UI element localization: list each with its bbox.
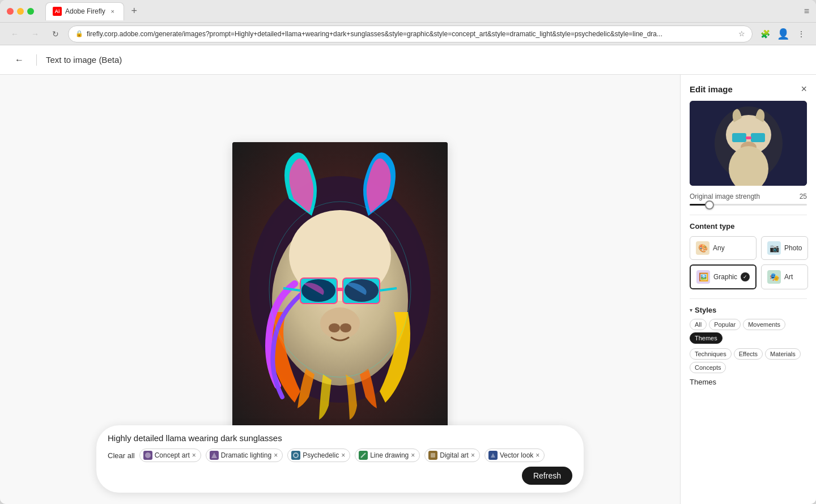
- any-label: Any: [713, 244, 725, 252]
- digital-art-tag-remove[interactable]: ×: [471, 452, 475, 459]
- graphic-icon: 🖼️: [696, 270, 710, 284]
- prompt-text: Highly detailed llama wearing dark sungl…: [108, 433, 572, 443]
- digital-art-tag-label: Digital art: [440, 451, 469, 459]
- panel-reference-image: [690, 101, 807, 186]
- menu-icon[interactable]: ⋮: [793, 26, 809, 42]
- strength-label: Original image strength: [690, 193, 760, 200]
- dramatic-lighting-tag-remove[interactable]: ×: [274, 452, 278, 459]
- psychedelic-tag-remove[interactable]: ×: [341, 452, 345, 459]
- panel-close-button[interactable]: ×: [801, 84, 807, 94]
- edit-panel: Edit image ×: [680, 75, 816, 504]
- filter-themes[interactable]: Themes: [690, 332, 722, 344]
- svg-marker-18: [211, 452, 217, 458]
- divider-1: [690, 215, 807, 215]
- graphic-label: Graphic: [713, 273, 737, 281]
- traffic-lights: [7, 8, 34, 15]
- content-type-photo[interactable]: 📷 Photo: [761, 236, 808, 260]
- art-icon: 🎭: [767, 270, 781, 284]
- bookmark-icon[interactable]: ☆: [738, 29, 745, 38]
- tag-psychedelic[interactable]: Psychedelic ×: [287, 449, 350, 462]
- filter-materials[interactable]: Materials: [765, 348, 801, 360]
- dramatic-lighting-tag-icon: [210, 451, 219, 460]
- close-button[interactable]: [7, 8, 14, 15]
- line-drawing-tag-label: Line drawing: [370, 451, 409, 459]
- styles-chevron-icon: ▾: [690, 307, 692, 313]
- llama-svg: [232, 142, 448, 437]
- svg-rect-26: [751, 133, 765, 142]
- tab-controls-button[interactable]: ≡: [804, 6, 809, 16]
- tag-line-drawing[interactable]: Line drawing ×: [355, 449, 420, 462]
- app-title: Text to image (Beta): [46, 55, 122, 65]
- line-drawing-tag-remove[interactable]: ×: [411, 452, 415, 459]
- tag-vector-look[interactable]: Vector look ×: [484, 449, 545, 462]
- svg-point-19: [294, 453, 298, 458]
- styles-header: ▾ Styles: [690, 306, 807, 314]
- content-type-title: Content type: [690, 222, 807, 230]
- app-back-button[interactable]: ←: [11, 52, 27, 68]
- filter-concepts[interactable]: Concepts: [690, 362, 726, 373]
- panel-header: Edit image ×: [690, 84, 807, 94]
- slider-track: [690, 204, 807, 206]
- prompt-bar: Highly detailed llama wearing dark sungl…: [96, 425, 584, 493]
- refresh-button[interactable]: Refresh: [522, 467, 572, 485]
- concept-art-tag-label: Concept art: [155, 451, 190, 459]
- psychedelic-tag-icon: [291, 451, 300, 460]
- styles-title: Styles: [695, 306, 716, 314]
- llama-artwork: [232, 142, 448, 437]
- panel-title: Edit image: [690, 84, 733, 94]
- forward-nav-button[interactable]: →: [27, 26, 43, 42]
- concept-art-tag-remove[interactable]: ×: [192, 452, 196, 459]
- strength-row: Original image strength 25: [690, 193, 807, 200]
- any-icon: 🎨: [696, 241, 709, 255]
- app-header: ← Text to image (Beta): [0, 45, 816, 75]
- svg-point-14: [329, 323, 340, 332]
- filter-movements[interactable]: Movements: [743, 319, 785, 330]
- content-type-any[interactable]: 🎨 Any: [690, 236, 756, 260]
- tab-bar: Ai Adobe Firefly × +: [45, 2, 800, 20]
- tab-close-button[interactable]: ×: [109, 7, 117, 15]
- header-divider: [36, 54, 37, 66]
- strength-value: 25: [800, 193, 807, 200]
- svg-point-17: [145, 452, 151, 458]
- svg-point-15: [340, 323, 351, 332]
- lock-icon: 🔒: [75, 30, 83, 37]
- digital-art-tag-icon: [428, 451, 437, 460]
- dramatic-lighting-tag-label: Dramatic lighting: [221, 451, 271, 459]
- vector-look-tag-label: Vector look: [500, 451, 533, 459]
- strength-slider[interactable]: [690, 204, 807, 206]
- new-tab-button[interactable]: +: [126, 3, 142, 19]
- svg-rect-25: [732, 133, 746, 142]
- minimize-button[interactable]: [17, 8, 24, 15]
- url-bar[interactable]: 🔒 firefly.corp.adobe.com/generate/images…: [68, 25, 753, 42]
- app-content: ← Text to image (Beta): [0, 45, 816, 504]
- filter-effects[interactable]: Effects: [734, 348, 763, 360]
- refresh-nav-button[interactable]: ↻: [48, 26, 63, 42]
- tab-title: Adobe Firefly: [65, 7, 105, 15]
- content-type-graphic[interactable]: 🖼️ Graphic ✓: [690, 264, 756, 289]
- art-label: Art: [784, 273, 793, 281]
- maximize-button[interactable]: [27, 8, 34, 15]
- vector-look-tag-remove[interactable]: ×: [536, 452, 539, 459]
- psychedelic-tag-label: Psychedelic: [303, 451, 339, 459]
- profile-icon[interactable]: 👤: [775, 26, 791, 42]
- content-type-art[interactable]: 🎭 Art: [761, 264, 808, 289]
- address-bar: ← → ↻ 🔒 firefly.corp.adobe.com/generate/…: [0, 23, 816, 45]
- extensions-icon[interactable]: 🧩: [757, 26, 773, 42]
- filter-techniques[interactable]: Techniques: [690, 348, 732, 360]
- url-text: firefly.corp.adobe.com/generate/images?p…: [87, 30, 735, 38]
- prompt-tags: Clear all Concept art ×: [108, 449, 572, 485]
- tag-dramatic-lighting[interactable]: Dramatic lighting ×: [206, 449, 283, 462]
- svg-rect-21: [431, 453, 435, 458]
- filter-all[interactable]: All: [690, 319, 707, 330]
- filter-popular[interactable]: Popular: [709, 319, 741, 330]
- tag-concept-art[interactable]: Concept art ×: [139, 449, 201, 462]
- line-drawing-tag-icon: [359, 451, 368, 460]
- slider-thumb[interactable]: [705, 200, 714, 210]
- tag-digital-art[interactable]: Digital art ×: [424, 449, 480, 462]
- back-nav-button[interactable]: ←: [7, 26, 23, 42]
- photo-label: Photo: [784, 244, 802, 252]
- active-tab[interactable]: Ai Adobe Firefly ×: [45, 2, 124, 20]
- graphic-selected-check: ✓: [741, 272, 750, 281]
- clear-all-button[interactable]: Clear all: [108, 451, 135, 460]
- styles-filter-row-2: Techniques Effects Materials Concepts: [690, 348, 807, 373]
